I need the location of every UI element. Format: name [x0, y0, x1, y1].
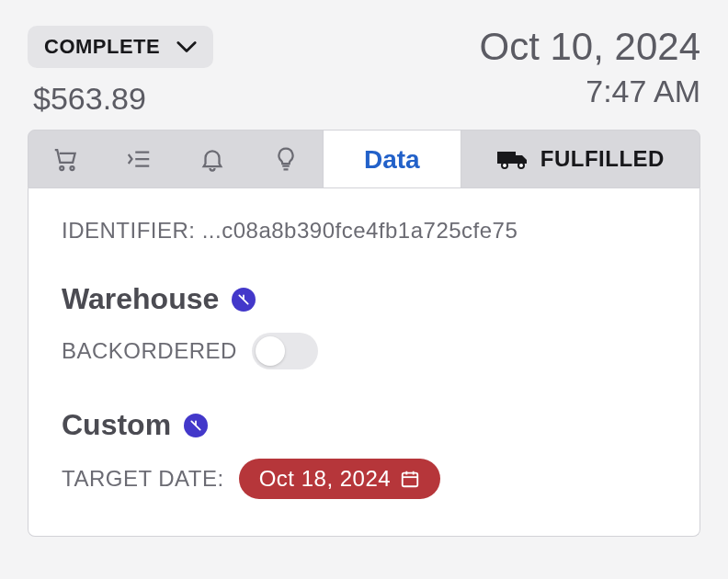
- warehouse-section-title: Warehouse: [62, 282, 666, 316]
- target-date-label: TARGET DATE:: [62, 466, 224, 492]
- truck-icon: [496, 149, 529, 169]
- status-dropdown[interactable]: COMPLETE: [28, 26, 213, 68]
- toggle-knob: [256, 336, 285, 366]
- data-panel: IDENTIFIER: ...c08a8b390fce4fb1a725cfe75…: [28, 188, 700, 537]
- info-icon: [189, 419, 202, 432]
- custom-title: Custom: [62, 408, 171, 442]
- identifier-label: IDENTIFIER:: [62, 218, 196, 243]
- tab-fulfilled[interactable]: FULFILLED: [461, 131, 700, 187]
- backordered-label: BACKORDERED: [62, 338, 237, 364]
- status-label: COMPLETE: [44, 35, 160, 59]
- info-icon: [237, 293, 250, 306]
- identifier-row: IDENTIFIER: ...c08a8b390fce4fb1a725cfe75: [62, 218, 666, 244]
- svg-point-1: [71, 166, 74, 170]
- tab-strip: Data FULFILLED: [28, 130, 700, 188]
- target-date-value: Oct 18, 2024: [259, 466, 391, 492]
- svg-point-4: [518, 163, 524, 168]
- calendar-icon: [400, 469, 420, 489]
- tab-data[interactable]: Data: [323, 131, 461, 188]
- tab-list[interactable]: [102, 131, 176, 187]
- tab-data-label: Data: [364, 145, 420, 175]
- tab-cart[interactable]: [28, 131, 102, 187]
- custom-info-badge[interactable]: [184, 414, 208, 437]
- identifier-value: ...c08a8b390fce4fb1a725cfe75: [202, 218, 518, 243]
- order-amount: $563.89: [28, 81, 213, 117]
- svg-rect-2: [497, 152, 516, 164]
- lightbulb-icon: [272, 145, 300, 173]
- backordered-toggle[interactable]: [252, 333, 318, 369]
- list-indent-icon: [125, 145, 153, 173]
- tab-fulfilled-label: FULFILLED: [540, 146, 665, 172]
- warehouse-title: Warehouse: [62, 282, 219, 316]
- warehouse-info-badge[interactable]: [232, 288, 256, 312]
- chevron-down-icon: [176, 40, 197, 53]
- svg-point-0: [60, 166, 63, 170]
- cart-icon: [51, 145, 79, 173]
- tab-notifications[interactable]: [176, 131, 249, 187]
- svg-point-3: [502, 163, 507, 168]
- target-date-chip[interactable]: Oct 18, 2024: [239, 459, 440, 499]
- svg-rect-5: [403, 473, 418, 487]
- order-time: 7:47 AM: [480, 74, 701, 109]
- bell-icon: [199, 145, 226, 173]
- tab-insights[interactable]: [249, 131, 323, 187]
- order-date: Oct 10, 2024: [480, 26, 701, 68]
- custom-section-title: Custom: [62, 408, 666, 442]
